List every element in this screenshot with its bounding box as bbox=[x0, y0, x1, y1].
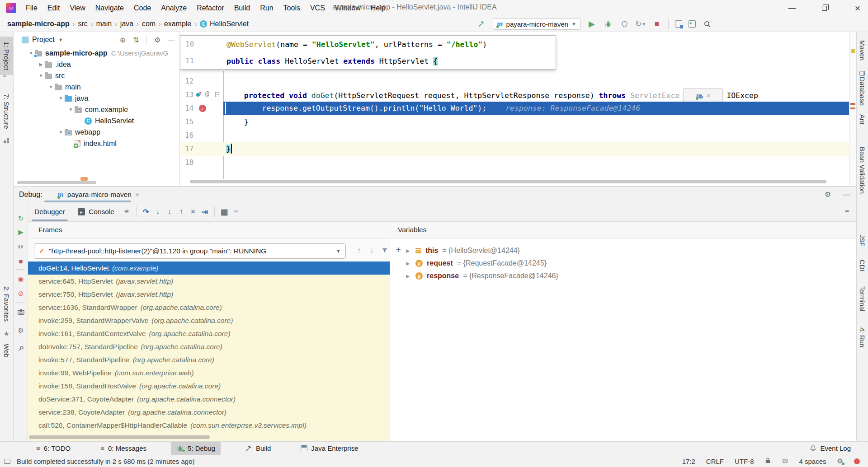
settings-menu-icon[interactable]: ≡ bbox=[121, 207, 132, 216]
tab-debugger[interactable]: Debugger bbox=[28, 202, 71, 221]
code-editor[interactable]: 1213↑@− protected void doGet(HttpServlet… bbox=[180, 32, 849, 186]
frame-row[interactable]: invoke:161, StandardContextValve(org.apa… bbox=[28, 327, 390, 340]
menu-run[interactable]: Run bbox=[255, 4, 278, 12]
menu-code[interactable]: Code bbox=[129, 4, 156, 12]
expand-arrow-icon[interactable]: ▶ bbox=[406, 261, 411, 266]
stripe-tab-ant[interactable]: Ant bbox=[857, 112, 868, 127]
pin-icon[interactable] bbox=[14, 342, 28, 354]
code-line-13[interactable]: 13↑@− protected void doGet(HttpServletRe… bbox=[180, 88, 849, 102]
stripe-tab-jsf[interactable]: JSF bbox=[857, 232, 868, 249]
fold-icon[interactable]: − bbox=[215, 92, 220, 97]
breadcrumb-item[interactable]: sample-micro-app bbox=[7, 20, 70, 28]
tree-item-sample-micro-app[interactable]: ▼sample-micro-appC:\Users\jGauravG bbox=[14, 47, 179, 59]
stripe-tab-web[interactable]: Web bbox=[0, 341, 13, 360]
stripe-mark[interactable] bbox=[850, 103, 855, 105]
frame-row[interactable]: service:645, HttpServlet(javax.servlet.h… bbox=[28, 275, 390, 288]
maven-reload-icon[interactable]: m bbox=[696, 93, 702, 98]
project-hscrollbar[interactable] bbox=[17, 181, 96, 184]
settings-gear-icon[interactable]: ⚙ bbox=[14, 325, 28, 336]
expand-arrow-icon[interactable]: ▶ bbox=[406, 248, 411, 254]
project-view-title[interactable]: Project bbox=[32, 36, 55, 44]
frame-row[interactable]: invoke:577, StandardPipeline(org.apache.… bbox=[28, 353, 390, 366]
tree-item-main[interactable]: ▼main bbox=[14, 81, 179, 93]
frame-row[interactable]: doInvoke:757, StandardPipeline(org.apach… bbox=[28, 340, 390, 353]
tree-item-com-example[interactable]: ▼com.example bbox=[14, 104, 179, 115]
tree-item-HelloServlet[interactable]: CHelloServlet bbox=[14, 115, 179, 126]
previous-frame-icon[interactable]: ↑ bbox=[357, 246, 361, 255]
resume-icon[interactable]: ▶ bbox=[14, 226, 28, 238]
tree-expand-arrow[interactable]: ▼ bbox=[47, 84, 55, 89]
stripe-tab-cdi[interactable]: CDI bbox=[857, 257, 868, 274]
lock-icon[interactable] bbox=[765, 457, 771, 465]
variable-row-this[interactable]: ▶this = {HelloServlet@14244} bbox=[406, 244, 520, 257]
restore-button[interactable] bbox=[816, 2, 832, 14]
step-into-icon[interactable]: ↓ bbox=[152, 207, 164, 216]
step-over-icon[interactable]: ↷ bbox=[140, 207, 152, 217]
pause-icon[interactable]: ▮▮ bbox=[14, 241, 28, 252]
minimize-button[interactable]: — bbox=[784, 2, 800, 14]
profiler-button[interactable]: ↻▼ bbox=[636, 19, 646, 29]
tree-expand-arrow[interactable]: ▼ bbox=[37, 73, 45, 78]
gear-icon[interactable]: ⚙ bbox=[154, 36, 160, 44]
stripe-mark[interactable] bbox=[850, 107, 855, 109]
frame-row[interactable]: invoke:99, WebPipeline(com.sun.enterpris… bbox=[28, 366, 390, 379]
code-line-16[interactable]: 16 bbox=[180, 129, 849, 142]
menu-edit[interactable]: Edit bbox=[42, 4, 65, 12]
stripe-tab-4-run[interactable]: 4: Run bbox=[857, 325, 868, 350]
add-watch-icon[interactable]: + bbox=[393, 244, 404, 255]
thread-dump-camera-icon[interactable] bbox=[14, 306, 28, 318]
drop-frame-icon[interactable]: × bbox=[187, 207, 199, 216]
frame-row[interactable]: invoke:158, StandardHostValve(org.apache… bbox=[28, 379, 390, 392]
tree-expand-arrow[interactable]: ▼ bbox=[57, 96, 65, 101]
tree-item-webapp[interactable]: ▼webapp bbox=[14, 126, 179, 138]
mute-breakpoints-icon[interactable]: ⊘ bbox=[14, 288, 28, 299]
close-button[interactable]: × bbox=[850, 2, 865, 14]
breadcrumb-item[interactable]: example bbox=[164, 20, 191, 28]
stripe-tab-bean-validation[interactable]: Bean Validation bbox=[857, 144, 868, 196]
toolwindow-button--debug[interactable]: 5: Debug bbox=[171, 442, 221, 455]
menu-tools[interactable]: Tools bbox=[278, 4, 305, 12]
code-line-11[interactable]: 11public class HelloServlet extends Http… bbox=[180, 53, 556, 70]
thread-selector[interactable]: ✓ "http-thread-pool::http-listener(2)"@1… bbox=[34, 243, 346, 259]
warning-stripe-mark[interactable] bbox=[851, 49, 855, 53]
breadcrumb-item[interactable]: src bbox=[78, 20, 87, 28]
maven-reload-widget[interactable]: m× bbox=[683, 88, 723, 103]
frame-row[interactable]: invoke:259, StandardWrapperValve(org.apa… bbox=[28, 314, 390, 327]
code-line-14[interactable]: 14✓ response.getOutputStream().println("… bbox=[180, 102, 849, 115]
line-separator[interactable]: CRLF bbox=[706, 458, 724, 465]
indent-setting[interactable]: 4 spaces bbox=[799, 458, 826, 465]
layout-settings-icon[interactable]: ≡ bbox=[845, 208, 849, 216]
frame-row[interactable]: service:1636, StandardWrapper(org.apache… bbox=[28, 301, 390, 314]
frame-row[interactable]: doGet:14, HelloServlet(com.example) bbox=[28, 262, 390, 275]
toolwindows-icon[interactable] bbox=[689, 20, 696, 28]
tree-item--idea[interactable]: ▶.idea bbox=[14, 59, 179, 70]
frame-row[interactable]: doService:371, CoyoteAdapter(org.apache.… bbox=[28, 392, 390, 406]
file-encoding[interactable]: UTF-8 bbox=[735, 458, 754, 465]
stripe-tab-maven[interactable]: Maven bbox=[857, 37, 868, 63]
tree-expand-arrow[interactable]: ▶ bbox=[37, 62, 45, 67]
frame-row[interactable]: service:750, HttpServlet(javax.servlet.h… bbox=[28, 288, 390, 301]
toolwindow-button--messages[interactable]: ≡0: Messages bbox=[95, 442, 152, 455]
menu-file[interactable]: File bbox=[21, 4, 42, 12]
breadcrumb-item[interactable]: com bbox=[142, 20, 156, 28]
tree-expand-arrow[interactable]: ▼ bbox=[57, 130, 65, 135]
menu-analyze[interactable]: Analyze bbox=[156, 4, 192, 12]
toolwindow-button-build[interactable]: Build bbox=[240, 442, 276, 455]
view-breakpoints-icon[interactable]: ◉ bbox=[14, 273, 28, 285]
tree-item-src[interactable]: ▼src bbox=[14, 70, 179, 81]
hide-panel-icon[interactable]: — bbox=[168, 36, 175, 44]
run-manager-icon[interactable] bbox=[675, 20, 682, 28]
rerun-icon[interactable]: ↻ bbox=[14, 213, 28, 224]
stripe-tab-favorites[interactable]: 2: Favorites bbox=[0, 283, 13, 325]
code-line-10[interactable]: 10@WebServlet(name = "HelloServlet", url… bbox=[180, 36, 556, 53]
caret-position[interactable]: 17:2 bbox=[682, 458, 695, 465]
run-button[interactable]: ▶ bbox=[587, 19, 597, 29]
stripe-tab-project[interactable]: 1: Project bbox=[0, 37, 13, 75]
menu-view[interactable]: View bbox=[65, 4, 90, 12]
tree-item-index-html[interactable]: index.html bbox=[14, 138, 179, 149]
search-everywhere-icon[interactable] bbox=[702, 19, 712, 29]
run-to-cursor-icon[interactable]: ⇥ bbox=[199, 207, 211, 217]
chevron-down-icon[interactable]: ▼ bbox=[58, 37, 63, 42]
editor-hscrollbar[interactable] bbox=[190, 180, 826, 183]
collapse-all-icon[interactable]: ⇅ bbox=[133, 36, 139, 44]
